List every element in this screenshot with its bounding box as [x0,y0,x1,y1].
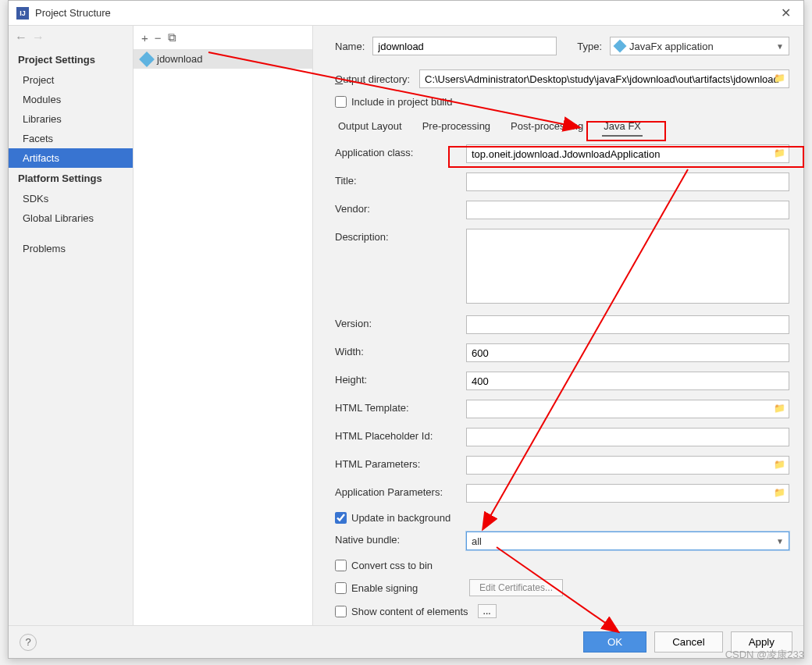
description-textarea[interactable] [466,229,789,304]
tab-output-layout[interactable]: Output Layout [337,117,404,137]
type-combo[interactable]: JavaFx application ▼ [610,37,789,55]
right-pane: Name: Type: JavaFx application ▼ Output … [313,26,803,627]
remove-artifact-icon[interactable]: − [155,31,162,44]
html-params-label: HTML Parameters: [335,456,466,470]
add-artifact-icon[interactable]: + [141,31,148,44]
folder-icon[interactable]: 📁 [774,403,786,415]
folder-icon[interactable]: 📁 [774,487,786,500]
chevron-down-icon: ▼ [776,42,784,51]
native-bundle-combo[interactable]: all ▼ [466,532,789,550]
output-dir-input[interactable] [419,69,789,88]
name-label: Name: [335,41,365,52]
tree-facets[interactable]: Facets [9,129,133,148]
left-nav: ← → [9,26,133,49]
version-input[interactable] [466,315,789,334]
section-project-settings: Project Settings [9,49,133,70]
artifacts-list-pane: + − ⧉ jdownload [134,26,313,627]
folder-icon[interactable]: 📁 [774,148,786,160]
ok-button[interactable]: OK [583,631,646,653]
tree-problems[interactable]: Problems [9,239,133,258]
html-placeholder-input[interactable] [466,428,789,446]
chevron-down-icon: ▼ [776,537,784,546]
nav-back-icon[interactable]: ← [15,30,27,44]
tab-pre-processing[interactable]: Pre-processing [421,117,492,137]
include-build-checkbox[interactable] [335,96,347,108]
folder-icon[interactable]: 📁 [774,459,786,471]
tree-modules[interactable]: Modules [9,90,133,109]
description-label: Description: [335,229,466,243]
native-bundle-value: all [472,535,482,547]
nav-forward-icon[interactable]: → [32,30,45,44]
html-template-input[interactable] [466,400,789,418]
title-input[interactable] [466,172,789,191]
height-label: Height: [335,372,466,386]
output-dir-label: Output directory: [335,73,419,85]
html-params-input[interactable] [466,456,789,475]
footer: ? OK Cancel Apply [9,625,803,658]
show-content-label: Show content of elements [351,606,468,617]
tab-java-fx[interactable]: Java FX [602,117,643,137]
copy-artifact-icon[interactable]: ⧉ [168,30,176,44]
artifact-item-label: jdownload [157,53,203,65]
type-value: JavaFx application [629,41,714,52]
intellij-icon: IJ [16,7,29,20]
app-class-label: Application class: [335,144,466,158]
window-title: Project Structure [35,7,776,19]
vendor-label: Vendor: [335,201,466,215]
artifacts-toolbar: + − ⧉ [134,26,312,49]
version-label: Version: [335,315,466,329]
update-bg-checkbox[interactable] [335,512,347,524]
enable-signing-label: Enable signing [351,582,465,594]
width-label: Width: [335,343,466,357]
convert-css-checkbox[interactable] [335,560,347,571]
enable-signing-checkbox[interactable] [335,582,347,594]
type-label: Type: [577,41,602,52]
convert-css-label: Convert css to bin [351,560,433,571]
javafx-type-icon [614,40,627,53]
html-template-label: HTML Template: [335,400,466,414]
titlebar: IJ Project Structure ✕ [9,1,803,26]
folder-icon[interactable]: 📁 [774,73,786,85]
close-icon[interactable]: ✕ [776,5,796,20]
app-params-input[interactable] [466,484,789,503]
artifact-item-jdownload[interactable]: jdownload [134,49,312,69]
javafx-artifact-icon [139,52,155,67]
section-platform-settings: Platform Settings [9,168,133,189]
cancel-button[interactable]: Cancel [654,631,723,653]
tree-libraries[interactable]: Libraries [9,109,133,129]
help-icon[interactable]: ? [20,634,37,651]
edit-certificates-button[interactable]: Edit Certificates... [469,579,563,596]
app-params-label: Application Parameters: [335,484,466,498]
native-bundle-label: Native bundle: [335,532,466,546]
title-label: Title: [335,172,466,187]
vendor-input[interactable] [466,201,789,219]
tree-project[interactable]: Project [9,70,133,90]
show-content-checkbox[interactable] [335,606,347,617]
tree-sdks[interactable]: SDKs [9,189,133,208]
elements-dots-button[interactable]: ... [478,604,497,618]
tabs: Output Layout Pre-processing Post-proces… [335,117,789,137]
html-placeholder-label: HTML Placeholder Id: [335,428,466,442]
project-structure-dialog: IJ Project Structure ✕ ← → Project Setti… [8,0,804,659]
update-bg-label: Update in background [351,512,451,524]
height-input[interactable] [466,372,789,390]
include-build-label: Include in project build [351,96,452,108]
left-pane: ← → Project Settings Project Modules Lib… [9,26,134,627]
tree-global-libraries[interactable]: Global Libraries [9,208,133,228]
width-input[interactable] [466,343,789,362]
tab-post-processing[interactable]: Post-processing [509,117,585,137]
app-class-input[interactable] [466,144,789,163]
tree-artifacts[interactable]: Artifacts [9,148,133,168]
name-input[interactable] [372,37,557,55]
watermark: CSDN @凌康233 [725,648,804,662]
